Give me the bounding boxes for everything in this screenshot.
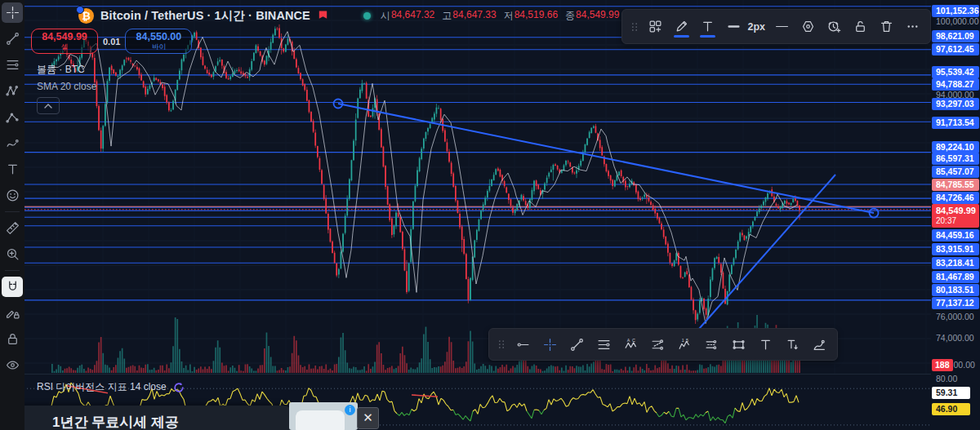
price-level-label: 81,467.89 <box>932 271 979 283</box>
rectangle-tool-icon[interactable] <box>728 331 750 357</box>
volume-indicator-legend[interactable]: 볼륨 · BTC <box>37 63 85 77</box>
ruler-icon[interactable] <box>2 218 23 238</box>
close-value: 84,549.99 <box>576 9 619 23</box>
buy-button[interactable]: 84,550.00 바이 <box>125 29 192 54</box>
zoom-in-icon[interactable] <box>2 244 23 264</box>
crosshair-icon[interactable] <box>539 331 561 357</box>
fib-retracement-icon[interactable] <box>2 55 23 75</box>
drawing-lock-icon[interactable] <box>2 303 23 323</box>
ad-banner[interactable]: 1년간 무료시세 제공 <box>0 406 291 430</box>
high-value: 84,647.33 <box>452 9 496 23</box>
price-level-label: 83,218.41 <box>932 257 979 269</box>
emoji-icon[interactable] <box>2 185 23 206</box>
symbol-bar: ₿ Bitcoin / TetherUS · 1시간 · BINANCE 시84… <box>78 7 654 24</box>
unlock-icon[interactable] <box>849 14 871 40</box>
price-level-label: 91,713.54 <box>932 117 979 129</box>
drag-handle-icon[interactable] <box>496 331 507 357</box>
drag-handle-icon[interactable] <box>629 14 640 40</box>
xabcd-pattern-icon[interactable] <box>2 81 23 101</box>
trend-fib-icon[interactable] <box>647 331 669 357</box>
long-line-icon[interactable] <box>771 14 793 40</box>
price-level-label: 95,539.42 <box>932 66 979 78</box>
crosshair-icon[interactable] <box>2 2 23 23</box>
trash-icon[interactable] <box>875 14 898 40</box>
open-label: 시 <box>381 9 390 23</box>
price-level-label: 93,297.03 <box>932 98 979 110</box>
close-label: 종 <box>565 9 575 23</box>
trend-line-icon[interactable] <box>566 331 588 357</box>
loading-spinner-icon <box>173 382 185 393</box>
low-value: 84,519.66 <box>514 9 558 23</box>
anchored-text-icon[interactable] <box>782 331 804 357</box>
trading-chart-app: ₿ Bitcoin / TetherUS · 1시간 · BINANCE 시84… <box>0 0 980 430</box>
price-level-label: 83,915.91 <box>932 243 979 255</box>
sma-indicator-legend[interactable]: SMA 20 close <box>37 81 96 92</box>
collapse-pane-button[interactable] <box>37 97 60 114</box>
price-level-label: 59.31 <box>932 387 970 399</box>
bar-countdown: 20:37 <box>936 216 979 226</box>
magnet-icon[interactable] <box>2 277 23 297</box>
price-axis[interactable]: 84,549.99 20:37 101,152.36100,000.0098,6… <box>931 0 980 430</box>
sell-button[interactable]: 84,549.99 셀 <box>31 29 98 54</box>
ad-close-button[interactable]: ✕ <box>357 407 379 429</box>
layout-grid-add-icon[interactable] <box>644 14 666 40</box>
rsi-label: RSI 다이버전스 지표 14 close <box>37 380 167 394</box>
abc-pattern-icon[interactable]: AC <box>620 331 642 357</box>
text-tool-icon[interactable] <box>2 159 23 180</box>
current-price-label: 84,549.99 20:37 <box>932 204 979 228</box>
market-status-dot-icon[interactable] <box>363 12 371 20</box>
pane-divider[interactable] <box>24 374 980 375</box>
fib-retracement-icon[interactable] <box>593 331 615 357</box>
price-level-label: 18800.00 <box>932 359 979 371</box>
candlestick-chart[interactable] <box>24 0 931 430</box>
chevron-up-icon <box>44 104 52 109</box>
fib-channel-icon[interactable] <box>701 331 723 357</box>
spread-value: 0.01 <box>103 37 120 47</box>
high-label: 고 <box>442 9 452 23</box>
hide-all-icon[interactable] <box>2 355 23 375</box>
polyline-icon[interactable] <box>808 331 831 357</box>
lock-all-icon[interactable] <box>2 329 23 349</box>
chart-pane[interactable]: ₿ Bitcoin / TetherUS · 1시간 · BINANCE 시84… <box>24 0 931 430</box>
line-width-icon[interactable] <box>723 14 745 40</box>
toolbar-separator <box>5 211 20 212</box>
svg-text:C: C <box>632 338 635 343</box>
price-level-label: 86,597.31 <box>932 153 979 165</box>
price-level-label: 77,137.12 <box>932 297 979 309</box>
symbol-title[interactable]: Bitcoin / TetherUS · 1시간 · BINANCE <box>100 8 310 24</box>
pencil-icon[interactable] <box>670 14 693 40</box>
text-tool-icon[interactable] <box>755 331 777 357</box>
broker-badge-icon <box>76 6 84 14</box>
price-level-label: 98,621.09 <box>932 30 979 42</box>
svg-text:A: A <box>627 338 630 343</box>
trend-line-icon[interactable] <box>2 29 23 49</box>
open-value: 84,647.32 <box>391 9 434 23</box>
buy-label: 바이 <box>152 43 166 51</box>
ad-thumbnail-image <box>296 410 345 430</box>
projection-icon[interactable] <box>2 107 23 127</box>
text-tool-icon[interactable] <box>697 14 719 40</box>
price-level-label: 46.90 <box>932 403 970 415</box>
current-price-value: 84,549.99 <box>936 206 979 216</box>
ad-info-icon[interactable]: i <box>345 405 355 415</box>
settings-hexagon-icon[interactable] <box>797 14 819 40</box>
alarm-add-icon[interactable] <box>823 14 845 40</box>
axis-tick-label: 100,000.00 <box>932 16 979 28</box>
sell-price: 84,549.99 <box>42 32 87 42</box>
low-label: 저 <box>504 9 514 23</box>
more-ellipsis-icon[interactable] <box>902 14 924 40</box>
price-level-label: 97,612.45 <box>932 43 979 55</box>
price-level-label: 85,457.07 <box>932 166 979 178</box>
rsi-indicator-legend[interactable]: RSI 다이버전스 지표 14 close <box>37 380 185 394</box>
brush-icon[interactable] <box>2 133 23 153</box>
favorite-tools-toolbar: AC15 <box>488 328 838 361</box>
buy-price: 84,550.00 <box>136 32 182 42</box>
price-level-label: 84,459.16 <box>932 229 979 242</box>
ad-headline: 1년간 무료시세 제공 <box>52 413 179 430</box>
line-width-value[interactable]: 2px <box>747 21 765 33</box>
horizontal-ray-icon[interactable] <box>512 331 534 357</box>
price-level-label: 84,785.55 <box>932 179 979 191</box>
red-flag-icon[interactable] <box>317 10 329 22</box>
elliott-wave-icon[interactable]: 15 <box>674 331 696 357</box>
price-level-label: 84,726.46 <box>932 192 979 204</box>
